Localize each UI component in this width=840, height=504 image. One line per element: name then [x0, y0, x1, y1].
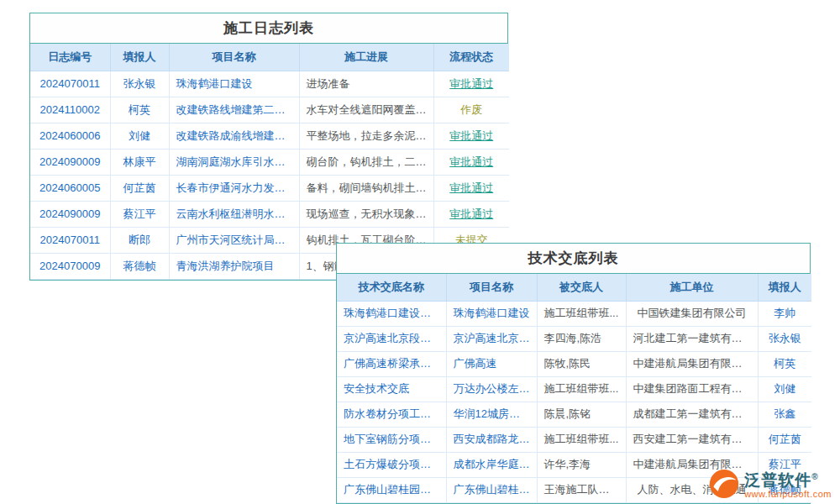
cell-receiver: 施工班组带班... [537, 301, 626, 326]
cell-status[interactable]: 审批通过 [433, 201, 509, 227]
table-row[interactable]: 安全技术交底 万达办公楼左侧A... 施工班组带班... 中建集团路面工程有限公… [337, 376, 811, 402]
cell-unit: 西安建工第一建筑有限责任公司 [626, 427, 758, 452]
col-header-project: 项目名称 [446, 274, 537, 301]
cell-log-id[interactable]: 2024060005 [30, 175, 110, 201]
table-row[interactable]: 地下室钢筋分项工程... 西安成都路龙湖上... 施工班组带班... 西安建工第… [337, 427, 811, 452]
status-link[interactable]: 审批通过 [449, 77, 493, 90]
construction-log-title: 施工日志列表 [30, 13, 507, 44]
cell-project-link[interactable]: 万达办公楼左侧A... [446, 376, 537, 402]
cell-progress: 备料，砌间墙钩机排土，瓦工... [299, 175, 433, 201]
cell-filler[interactable]: 刘健 [758, 376, 811, 402]
cell-disclosure-link[interactable]: 土石方爆破分项工程... [337, 452, 446, 477]
cell-log-id[interactable]: 2024070011 [30, 227, 110, 253]
cell-disclosure-link[interactable]: 安全技术交底 [337, 376, 446, 402]
status-link[interactable]: 审批通过 [449, 207, 493, 220]
status-link[interactable]: 作废 [460, 103, 482, 116]
table-header-row: 技术交底名称 项目名称 被交底人 施工单位 填报人 [337, 274, 811, 301]
cell-filler[interactable]: 柯英 [110, 97, 169, 123]
cell-log-id[interactable]: 2024110002 [30, 97, 110, 123]
table-row[interactable]: 2024090009 蔡江平 云南水利枢纽潜明水库一... 现场巡查，无积水现象… [30, 201, 509, 227]
cell-unit: 中国铁建集团有限公司 [626, 301, 758, 326]
cell-status[interactable]: 审批通过 [433, 175, 509, 201]
cell-receiver: 许华,李海 [537, 452, 626, 477]
cell-unit: 中建港航局集团有限公司 [626, 351, 758, 376]
cell-filler[interactable]: 柯英 [758, 351, 811, 376]
cell-filler[interactable]: 刘健 [110, 123, 169, 149]
cell-unit: 河北建工第一建筑有限责任公司 [626, 326, 758, 351]
cell-receiver: 陈牧,陈民 [537, 351, 626, 376]
table-row[interactable]: 2024110002 柯英 改建铁路线增建第二线直... 水车对全线遮阳网覆盖点… [30, 97, 509, 123]
cell-filler[interactable]: 张永银 [758, 326, 811, 351]
tech-disclosure-panel: 技术交底列表 技术交底名称 项目名称 被交底人 施工单位 填报人 珠海鹤港口建设… [336, 243, 811, 504]
table-row[interactable]: 2024070011 张永银 珠海鹤港口建设 进场准备 审批通过 [30, 71, 509, 97]
cell-project-link[interactable]: 珠海鹤港口建设 [169, 71, 299, 97]
cell-status[interactable]: 审批通过 [433, 71, 509, 97]
cell-project-link[interactable]: 华润12城房建工... [446, 402, 537, 427]
cell-project-link[interactable]: 改建铁路线增建第二线直... [169, 97, 299, 123]
cell-receiver: 李四海,陈浩 [537, 326, 626, 351]
table-row[interactable]: 京沪高速北京段维修... 京沪高速北京段维修 李四海,陈浩 河北建工第一建筑有限… [337, 326, 811, 351]
cell-filler[interactable]: 蔡江平 [110, 201, 169, 227]
cell-unit: 成都建工第一建筑有限责任公司 [626, 402, 758, 427]
cell-project-link[interactable]: 广东佛山碧桂园项目 [446, 477, 537, 502]
tech-disclosure-title: 技术交底列表 [337, 244, 810, 274]
status-link[interactable]: 审批通过 [449, 129, 493, 142]
col-header-log-id: 日志编号 [30, 44, 110, 71]
cell-log-id[interactable]: 2024070009 [30, 253, 110, 279]
table-row[interactable]: 2024060005 何芷茵 长春市伊通河水力发电厂... 备料，砌间墙钩机排土… [30, 175, 509, 201]
cell-progress: 现场巡查，无积水现象，水马... [299, 201, 433, 227]
cell-project-link[interactable]: 改建铁路成渝线增建第二... [169, 123, 299, 149]
col-header-status: 流程状态 [433, 44, 509, 71]
cell-project-link[interactable]: 广佛高速 [446, 351, 537, 376]
table-row[interactable]: 防水卷材分项工程施... 华润12城房建工... 陈晨,陈铭 成都建工第一建筑有… [337, 402, 811, 427]
brand-label: 泛普软件 [744, 471, 811, 489]
cell-receiver: 陈晨,陈铭 [537, 402, 626, 427]
cell-filler[interactable]: 何芷茵 [110, 175, 169, 201]
cell-receiver: 施工班组带班... [537, 427, 626, 452]
cell-filler[interactable]: 张鑫 [758, 402, 811, 427]
cell-filler[interactable]: 张永银 [110, 71, 169, 97]
cell-progress: 平整场地，拉走多余泥土15辆... [299, 123, 433, 149]
cell-filler[interactable]: 李帅 [758, 301, 811, 326]
cell-filler[interactable]: 林康平 [110, 149, 169, 175]
cell-project-link[interactable]: 成都水岸华庭名苑... [446, 452, 537, 477]
cell-disclosure-link[interactable]: 广佛高速桥梁承台施... [337, 351, 446, 376]
cell-unit: 中建集团路面工程有限公司 [626, 376, 758, 402]
cell-receiver: 王海施工队全队 [537, 477, 626, 502]
cell-log-id[interactable]: 2024090009 [30, 201, 110, 227]
cell-status[interactable]: 审批通过 [433, 123, 509, 149]
status-link[interactable]: 审批通过 [449, 181, 493, 194]
cell-project-link[interactable]: 湖南洞庭湖水库引水工程... [169, 149, 299, 175]
cell-log-id[interactable]: 2024090009 [30, 149, 110, 175]
cell-filler[interactable]: 断郎 [110, 227, 169, 253]
cell-project-link[interactable]: 青海洪湖养护院项目 [169, 253, 299, 279]
cell-disclosure-link[interactable]: 广东佛山碧桂园项目... [337, 477, 446, 502]
status-link[interactable]: 审批通过 [449, 155, 493, 168]
cell-status[interactable]: 审批通过 [433, 149, 509, 175]
cell-filler[interactable]: 何芷茵 [758, 427, 811, 452]
cell-project-link[interactable]: 西安成都路龙湖上... [446, 427, 537, 452]
cell-project-link[interactable]: 珠海鹤港口建设 [446, 301, 537, 326]
cell-disclosure-link[interactable]: 珠海鹤港口建设抗浮... [337, 301, 446, 326]
cell-disclosure-link[interactable]: 京沪高速北京段维修... [337, 326, 446, 351]
cell-log-id[interactable]: 2024070011 [30, 71, 110, 97]
cell-project-link[interactable]: 广州市天河区统计局机房... [169, 227, 299, 253]
cell-progress: 砌台阶，钩机排土，二包砌间... [299, 149, 433, 175]
cell-status[interactable]: 作废 [433, 97, 509, 123]
cell-log-id[interactable]: 2024060006 [30, 123, 110, 149]
registered-mark: ® [811, 472, 818, 481]
brand-url: www.fanpusoft.com [744, 489, 832, 499]
cell-filler[interactable]: 蒋德帧 [110, 253, 169, 279]
cell-project-link[interactable]: 云南水利枢纽潜明水库一... [169, 201, 299, 227]
cell-project-link[interactable]: 长春市伊通河水力发电厂... [169, 175, 299, 201]
cell-project-link[interactable]: 京沪高速北京段维修 [446, 326, 537, 351]
cell-disclosure-link[interactable]: 地下室钢筋分项工程... [337, 427, 446, 452]
table-row[interactable]: 2024060006 刘健 改建铁路成渝线增建第二... 平整场地，拉走多余泥土… [30, 123, 509, 149]
fanpu-watermark: 泛普软件® www.fanpusoft.com [709, 469, 832, 499]
table-row[interactable]: 珠海鹤港口建设抗浮... 珠海鹤港口建设 施工班组带班... 中国铁建集团有限公… [337, 301, 811, 326]
table-row[interactable]: 2024090009 林康平 湖南洞庭湖水库引水工程... 砌台阶，钩机排土，二… [30, 149, 509, 175]
cell-progress: 水车对全线遮阳网覆盖点进行... [299, 97, 433, 123]
table-row[interactable]: 广佛高速桥梁承台施... 广佛高速 陈牧,陈民 中建港航局集团有限公司 柯英 [337, 351, 811, 376]
col-header-filler: 填报人 [110, 44, 169, 71]
cell-disclosure-link[interactable]: 防水卷材分项工程施... [337, 402, 446, 427]
